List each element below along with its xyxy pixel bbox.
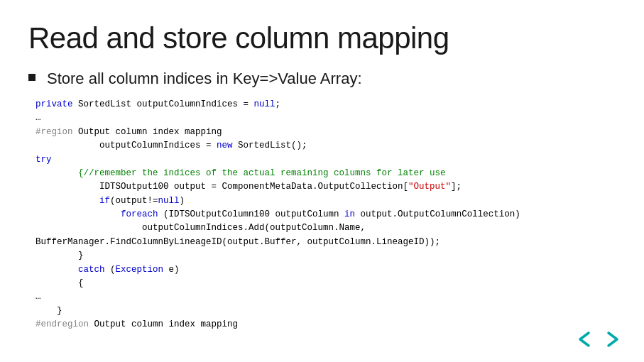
code-line-14: { [36, 277, 616, 290]
code-line-16: } [36, 305, 616, 318]
code-line-8: if(output!=null) [36, 194, 616, 208]
code-line-3: #region Output column index mapping [36, 126, 616, 139]
code-line-9: foreach (IDTSOutputColumn100 outputColum… [36, 208, 616, 221]
code-line-1: private SortedList outputColumnIndices =… [36, 98, 616, 111]
slide: Read and store column mapping Store all … [0, 0, 644, 362]
code-line-12: } [36, 249, 616, 263]
code-line-11: BufferManager.FindColumnByLineageID(outp… [36, 236, 616, 249]
code-line-7: IDTSOutput100 output = ComponentMetaData… [36, 180, 616, 194]
slide-title: Read and store column mapping [28, 21, 616, 55]
code-line-10: outputColumnIndices.Add(outputColumn.Nam… [36, 221, 616, 235]
code-line-4: outputColumnIndices = new SortedList(); [36, 139, 616, 153]
bullet-section: Store all column indices in Key=>Value A… [28, 70, 616, 88]
code-line-15: … [36, 290, 616, 304]
next-arrow[interactable] [600, 329, 623, 349]
bullet-text: Store all column indices in Key=>Value A… [47, 70, 362, 88]
code-block: private SortedList outputColumnIndices =… [28, 98, 616, 331]
code-line-6: {//remember the indices of the actual re… [36, 167, 616, 180]
code-line-5: try [36, 153, 616, 167]
prev-arrow[interactable] [574, 329, 597, 349]
code-line-13: catch (Exception e) [36, 263, 616, 277]
bullet-icon [28, 74, 36, 81]
nav-arrows [574, 329, 623, 349]
code-line-2: … [36, 111, 616, 125]
code-line-17: #endregion Output column index mapping [36, 318, 616, 331]
